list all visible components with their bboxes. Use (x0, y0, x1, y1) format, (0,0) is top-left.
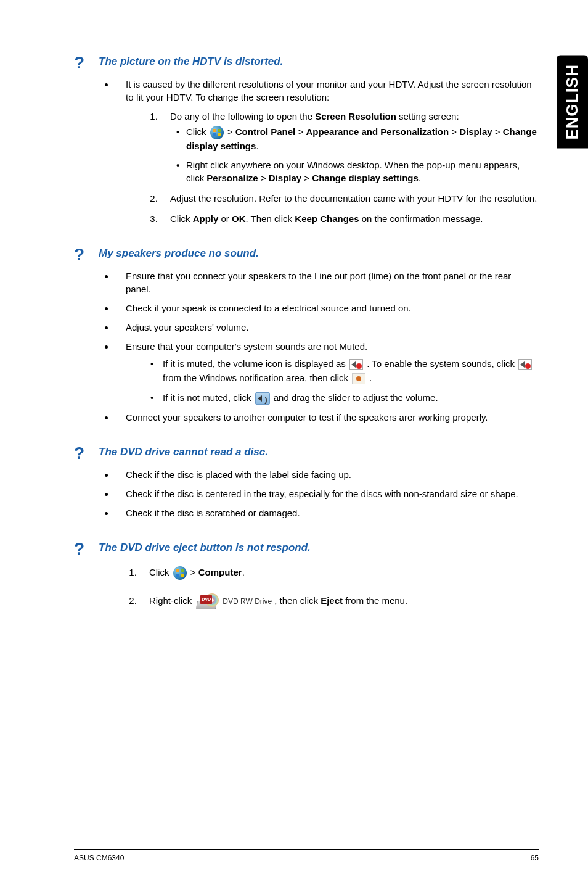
step-item: Click > Computer. (139, 564, 539, 582)
question-mark-icon: ? (74, 246, 99, 263)
faq-bullet: Ensure that your computer's system sound… (115, 340, 539, 405)
faq-bullet: Check if the disc is scratched or damage… (115, 506, 539, 519)
speaker-volume-icon (255, 392, 270, 405)
page-footer: ASUS CM6340 65 (74, 849, 539, 862)
faq-bullet: Check if the disc is placed with the lab… (115, 468, 539, 481)
faq-bullet: Ensure that you connect your speakers to… (115, 270, 539, 295)
footer-page-number: 65 (531, 854, 539, 862)
footer-model: ASUS CM6340 (74, 854, 124, 862)
speaker-unmute-icon (352, 373, 365, 384)
language-tab: ENGLISH (557, 56, 588, 149)
faq-bullet: Check if your speak is connected to a el… (115, 302, 539, 315)
page-content: ? The picture on the HDTV is distorted. … (0, 0, 588, 610)
faq-bullet: It is caused by the different resolution… (115, 78, 539, 225)
faq-title: The DVD drive eject button is not respon… (99, 542, 311, 554)
faq-title: My speakers produce no sound. (99, 247, 259, 260)
question-mark-icon: ? (74, 54, 99, 72)
faq-section-dvd-eject: ? The DVD drive eject button is not resp… (74, 542, 539, 610)
step-item: Right-click DVDDVD RW Drive, then click … (139, 592, 539, 610)
step-item: Adjust the resolution. Refer to the docu… (160, 192, 539, 205)
sub-step: If it is not muted, click and drag the s… (145, 390, 539, 405)
speaker-muted-icon (349, 359, 363, 370)
dvd-drive-label: DVD RW Drive (223, 595, 272, 609)
speaker-muted-icon (518, 359, 532, 370)
faq-title: The DVD drive cannot read a disc. (99, 446, 268, 458)
dvd-drive-icon: DVDDVD RW Drive (197, 593, 272, 609)
step-item: Click Apply or OK. Then click Keep Chang… (160, 212, 539, 225)
question-mark-icon: ? (74, 445, 99, 462)
faq-title: The picture on the HDTV is distorted. (99, 56, 283, 68)
faq-bullet: Connect your speakers to another compute… (115, 411, 539, 424)
faq-bullet: Adjust your speakers' volume. (115, 321, 539, 334)
sub-step: Click > Control Panel > Appearance and P… (176, 125, 539, 152)
faq-section-speakers: ? My speakers produce no sound. Ensure t… (74, 247, 539, 424)
faq-section-dvd-read: ? The DVD drive cannot read a disc. Chec… (74, 446, 539, 519)
sub-step: If it is muted, the volume icon is displ… (145, 357, 539, 386)
faq-section-hdtv: ? The picture on the HDTV is distorted. … (74, 56, 539, 225)
sub-step: Right click anywhere on your Windows des… (176, 159, 539, 184)
question-mark-icon: ? (74, 540, 99, 558)
step-item: Do any of the following to open the Scre… (160, 110, 539, 184)
windows-start-icon (173, 566, 187, 580)
windows-start-icon (210, 126, 224, 139)
faq-bullet: Check if the disc is centered in the tra… (115, 487, 539, 500)
